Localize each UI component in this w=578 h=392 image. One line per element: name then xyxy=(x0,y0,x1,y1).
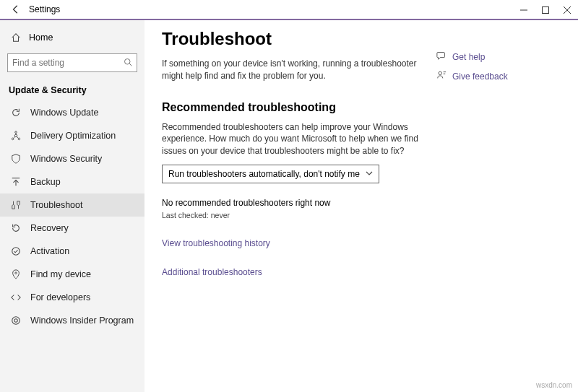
nav-label: Windows Update xyxy=(30,108,99,118)
backup-icon xyxy=(10,176,22,188)
nav-label: Windows Insider Program xyxy=(30,315,134,326)
sidebar-item-backup[interactable]: Backup xyxy=(0,170,144,193)
get-help-label: Get help xyxy=(452,52,485,62)
activation-icon xyxy=(10,245,22,257)
svg-point-17 xyxy=(439,71,441,74)
watermark: wsxdn.com xyxy=(536,381,572,389)
minimize-button[interactable] xyxy=(513,0,535,20)
intro-text: If something on your device isn't workin… xyxy=(162,58,436,82)
history-link[interactable]: View troubleshooting history xyxy=(162,238,436,248)
sidebar: Home Update & Security Windows Update De… xyxy=(0,20,144,392)
svg-point-4 xyxy=(125,58,131,64)
sidebar-item-windows-security[interactable]: Windows Security xyxy=(0,147,144,170)
sidebar-item-windows-update[interactable]: Windows Update xyxy=(0,101,144,124)
maximize-icon xyxy=(542,6,549,14)
nav-label: Delivery Optimization xyxy=(30,131,116,141)
back-button[interactable] xyxy=(7,1,25,18)
close-icon xyxy=(564,6,571,14)
nav-label: Find my device xyxy=(30,269,91,279)
sidebar-item-for-developers[interactable]: For developers xyxy=(0,286,144,309)
minimize-icon xyxy=(520,6,527,14)
feedback-icon xyxy=(436,70,447,82)
recommended-heading: Recommended troubleshooting xyxy=(162,101,436,114)
svg-line-12 xyxy=(17,136,18,138)
give-feedback-label: Give feedback xyxy=(452,71,508,82)
last-checked-text: Last checked: never xyxy=(162,211,436,219)
maximize-button[interactable] xyxy=(535,0,556,20)
nav-label: Backup xyxy=(30,177,61,187)
recovery-icon xyxy=(10,222,22,234)
arrow-left-icon xyxy=(11,4,21,14)
nav-label: Recovery xyxy=(30,223,69,233)
nav-label: Windows Security xyxy=(30,154,102,164)
search-box[interactable] xyxy=(7,53,137,72)
sidebar-item-troubleshoot[interactable]: Troubleshoot xyxy=(0,193,144,217)
svg-line-5 xyxy=(129,64,131,66)
status-text: No recommended troubleshooters right now xyxy=(162,198,436,208)
delivery-icon xyxy=(10,130,22,141)
sidebar-item-insider-program[interactable]: Windows Insider Program xyxy=(0,309,144,332)
svg-point-6 xyxy=(14,134,17,137)
svg-point-15 xyxy=(12,317,20,325)
recommended-desc: Recommended troubleshooters can help imp… xyxy=(162,121,436,157)
shield-icon xyxy=(10,153,22,165)
chevron-down-icon xyxy=(366,169,373,179)
give-feedback-link[interactable]: Give feedback xyxy=(436,70,545,82)
home-nav[interactable]: Home xyxy=(0,27,144,48)
svg-point-9 xyxy=(15,131,17,134)
svg-point-14 xyxy=(15,272,17,274)
close-button[interactable] xyxy=(556,0,578,20)
sidebar-item-find-my-device[interactable]: Find my device xyxy=(0,263,144,286)
troubleshoot-dropdown[interactable]: Run troubleshooters automatically, don't… xyxy=(162,165,379,183)
svg-rect-1 xyxy=(543,7,549,14)
page-title: Troubleshoot xyxy=(162,29,436,49)
location-icon xyxy=(10,269,22,280)
troubleshoot-icon xyxy=(10,199,22,211)
search-icon xyxy=(124,58,132,69)
svg-point-16 xyxy=(14,319,17,322)
sidebar-item-activation[interactable]: Activation xyxy=(0,240,144,263)
home-label: Home xyxy=(29,32,53,43)
nav-label: For developers xyxy=(30,292,90,302)
window-title: Settings xyxy=(29,4,60,14)
search-input[interactable] xyxy=(12,58,124,68)
nav-label: Activation xyxy=(30,246,69,256)
svg-point-13 xyxy=(12,248,20,256)
help-icon xyxy=(436,51,447,63)
refresh-icon xyxy=(10,107,22,118)
sidebar-item-delivery-optimization[interactable]: Delivery Optimization xyxy=(0,124,144,147)
get-help-link[interactable]: Get help xyxy=(436,51,545,63)
additional-link[interactable]: Additional troubleshooters xyxy=(162,267,436,277)
nav-label: Troubleshoot xyxy=(30,200,83,210)
sidebar-item-recovery[interactable]: Recovery xyxy=(0,217,144,240)
home-icon xyxy=(10,32,22,43)
developers-icon xyxy=(10,292,22,303)
dropdown-value: Run troubleshooters automatically, don't… xyxy=(168,169,360,179)
svg-line-11 xyxy=(14,136,15,138)
insider-icon xyxy=(10,315,22,326)
section-title: Update & Security xyxy=(0,81,144,101)
